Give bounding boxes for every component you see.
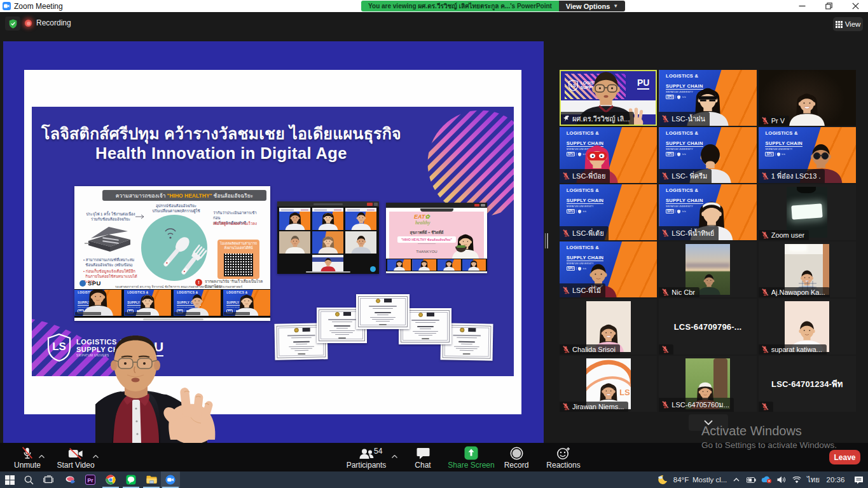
participant-tile[interactable]: Nic Cbr xyxy=(659,241,756,297)
leave-button[interactable]: Leave xyxy=(829,450,860,464)
muted-mic-icon xyxy=(761,346,769,353)
minimize-button[interactable] xyxy=(787,0,816,12)
screenshot-zoom-gallery xyxy=(277,201,379,274)
collapse-gallery-button[interactable] xyxy=(689,414,728,431)
hiho-right-note-red: เพื่อให้ผู้ทานลดความเร็วลง xyxy=(213,221,263,226)
slide-title-line2: Health Innovation in Digital Age xyxy=(32,144,425,163)
muted-mic-icon xyxy=(661,115,669,123)
screenshot-hiho-slide: ความสามารถของเจ้า "HIHO HEALTHY" ช้อนส้อ… xyxy=(74,186,270,321)
qr-panel-text: โมเดลผลิตผสานสามารถสั่งผ่านโมเดลได้ที่นี… xyxy=(217,240,259,250)
action-center-icon[interactable] xyxy=(849,471,868,488)
participant-name-label: Jirawan Niems... xyxy=(560,402,628,412)
hidden-icons-chevron[interactable] xyxy=(729,471,743,488)
participant-name-label: Chalida Srisoi xyxy=(560,344,620,355)
start-video-button[interactable]: Start Video xyxy=(56,443,95,471)
muted-mic-icon xyxy=(761,117,769,125)
search-button[interactable] xyxy=(19,471,38,488)
striped-circle-decoration xyxy=(427,110,514,217)
pink-line1: สุขภาพที่ดี = ชีวิตที่ดี xyxy=(403,229,451,236)
participant-name-label: suparat katiwa... xyxy=(759,344,827,355)
svg-text:LS: LS xyxy=(52,341,66,353)
encryption-shield-icon[interactable] xyxy=(5,17,20,30)
desktop: Zoom Meeting You are viewing ผศ.ดร.วีรวิ… xyxy=(0,0,868,488)
pinned-icon xyxy=(562,115,570,123)
video-options-caret[interactable] xyxy=(93,449,99,461)
participant-tile[interactable]: Zoom user xyxy=(759,184,856,240)
restore-button[interactable] xyxy=(814,0,843,12)
record-button[interactable]: Record xyxy=(500,443,532,471)
volume-icon[interactable] xyxy=(774,471,789,488)
tray-weather-text[interactable]: Mostly cl... xyxy=(692,471,729,488)
hiho-sub-note: อุปกรณ์ช้อนส้อมอัจฉริยะปรับเปลี่ยนตามพฤต… xyxy=(141,203,211,214)
muted-mic-icon xyxy=(562,346,570,353)
onedrive-error-icon[interactable] xyxy=(759,471,774,488)
file-explorer-app-icon[interactable] xyxy=(142,471,161,488)
participant-name-label: Zoom user xyxy=(759,230,809,240)
participant-filmstrip: LOGISTICS & SUPPLY CHAIN SRIPATUM UNIVER… xyxy=(74,289,270,318)
participant-tile[interactable]: Aj.Nawapon Ka... xyxy=(759,241,856,297)
chevron-down-icon: ▼ xyxy=(613,3,618,9)
participant-mute-badge xyxy=(759,402,773,412)
participant-tile[interactable]: LS LOGISTISUPPLY PU ผศ.ดร.วีรวิชญ์ เลิ..… xyxy=(560,70,657,126)
participant-name-label: Aj.Nawapon Ka... xyxy=(759,287,830,297)
participant-tile[interactable]: LSC-64705760ม... xyxy=(659,356,756,412)
muted-mic-icon xyxy=(661,401,669,409)
record-icon xyxy=(510,445,523,460)
participant-tile[interactable]: LOGISTICS & SUPPLY CHAIN SRIPATUM UNIVER… xyxy=(659,70,756,126)
qr-panel: โมเดลผลิตผสานสามารถสั่งผ่านโมเดลได้ที่นี… xyxy=(217,240,259,279)
tray-temperature[interactable]: 84°F xyxy=(670,471,692,488)
participant-name-label: LSC-น้ำฝน xyxy=(659,112,710,126)
participant-tile[interactable]: LS Jirawan Niems... xyxy=(560,356,657,412)
muted-mic-icon xyxy=(761,172,769,180)
participant-tile[interactable]: Pr V xyxy=(759,70,856,126)
task-view-button[interactable] xyxy=(39,471,58,488)
tray-clock[interactable]: 20:36 xyxy=(822,471,849,488)
slide-title: โลจิสติกส์ศรีปทุม คว้ารางวัลชมเชย ไอเดีย… xyxy=(32,125,425,163)
gallery-view-button[interactable]: View xyxy=(833,17,863,31)
participant-name-label: Nic Cbr xyxy=(659,287,699,297)
weather-icon[interactable] xyxy=(654,471,670,488)
pink-line2: "HIHO HEALTHY ช้อนส้อมอัจฉริยะ" xyxy=(397,236,456,243)
windows-taskbar: Pr xyxy=(0,471,868,488)
participant-tile[interactable]: LOGISTICS & SUPPLY CHAIN SRIPATUM UNIVER… xyxy=(659,127,756,183)
hiho-left-note: ประจุไฟ 1 ครั้ง ใช้งานต่อเนื่องร่วมกับช้… xyxy=(83,212,138,222)
participant-name-label: LSC-พี่ไม้ xyxy=(560,283,605,297)
participant-name-label: Pr V xyxy=(759,116,789,126)
participant-tile[interactable]: suparat katiwa... xyxy=(759,299,856,355)
hiho-bullet-notes: • สามารถผ่านเกณฑ์ที่เหมาะสม ช้อนส้อมอัจฉ… xyxy=(83,257,142,268)
reactions-button[interactable]: Reactions xyxy=(542,443,584,471)
screenshot-eat-healthy: EAT✿ healthy สุขภาพที่ดี = ชีวิตที่ดี "H… xyxy=(386,203,487,273)
battery-icon[interactable] xyxy=(743,471,759,488)
start-button[interactable] xyxy=(0,471,19,488)
participant-tile[interactable]: LOGISTICS & SUPPLY CHAIN SRIPATUM UNIVER… xyxy=(560,241,657,297)
chat-button[interactable]: Chat xyxy=(407,443,439,471)
filmstrip-participant-thumb: LOGISTICS & SUPPLY CHAIN SRIPATUM UNIVER… xyxy=(124,290,171,316)
audio-options-caret[interactable] xyxy=(39,449,45,461)
wifi-icon[interactable] xyxy=(789,471,804,488)
participant-tile[interactable]: Chalida Srisoi xyxy=(560,299,657,355)
line-app-icon[interactable] xyxy=(121,471,141,488)
participant-tile[interactable]: LCS-64709796-... xyxy=(659,299,756,355)
view-options-button[interactable]: View Options ▼ xyxy=(559,1,625,11)
research-credit: รองศาสตราจารย์ ดร.กาญ จิราภรณ์ ชัยวิชากา… xyxy=(115,285,268,289)
panel-resize-handle[interactable] xyxy=(544,233,548,248)
participant-name-label: ผศ.ดร.วีรวิชญ์ เลิ... xyxy=(560,112,634,126)
certificate xyxy=(356,294,410,329)
premiere-app-icon[interactable]: Pr xyxy=(81,471,100,488)
participant-tile[interactable]: LSC-64701234-พีท xyxy=(759,356,856,412)
share-screen-button[interactable]: Share Screen xyxy=(447,443,495,471)
close-button[interactable] xyxy=(841,0,868,12)
zoom-app-taskbar-icon[interactable] xyxy=(161,471,180,488)
system-tray: 84°F Mostly cl... ไทย 20:36 xyxy=(654,471,868,488)
participant-tile[interactable]: LOGISTICS & SUPPLY CHAIN SRIPATUM UNIVER… xyxy=(659,184,756,240)
muted-mic-icon xyxy=(661,229,669,237)
tray-language[interactable]: ไทย xyxy=(804,471,822,488)
participant-name-label: 1 พี่อ๋อง LSC13 . xyxy=(759,169,825,183)
chrome-app-icon[interactable] xyxy=(101,471,120,488)
view-options-label: View Options xyxy=(566,3,610,10)
participants-caret[interactable] xyxy=(392,449,397,461)
participant-tile[interactable]: LOGISTICS & SUPPLY CHAIN SRIPATUM UNIVER… xyxy=(560,184,657,240)
paint3d-app-icon[interactable] xyxy=(60,471,79,488)
participant-tile[interactable]: LOGISTICS & SUPPLY CHAIN SRIPATUM UNIVER… xyxy=(759,127,856,183)
participant-tile[interactable]: LOGISTICS & SUPPLY CHAIN SRIPATUM UNIVER… xyxy=(560,127,657,183)
